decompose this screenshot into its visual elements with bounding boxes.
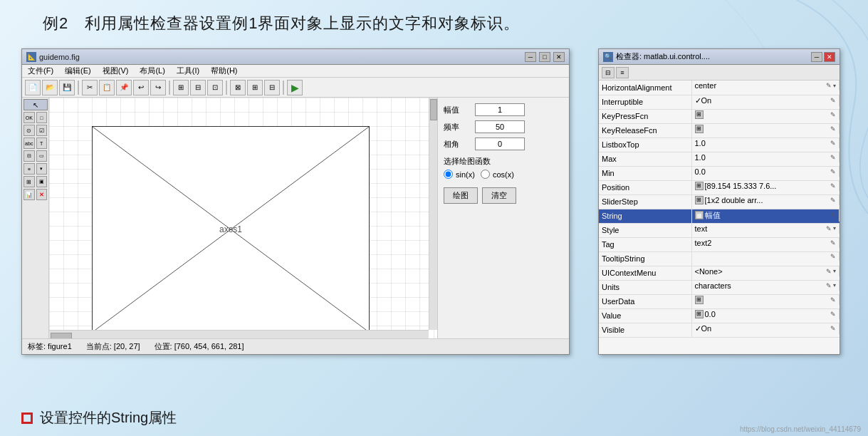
prop-value-16[interactable]: ⊞0.0✎ bbox=[692, 309, 840, 319]
sin-radio[interactable] bbox=[444, 170, 453, 179]
prop-expand-icon-15[interactable]: ⊞ bbox=[695, 296, 704, 304]
prop-dropdown-icon-13[interactable]: ▾ bbox=[833, 268, 836, 274]
sin-option[interactable]: sin(x) bbox=[444, 170, 475, 179]
prop-value-12[interactable]: ✎ bbox=[692, 252, 840, 261]
prop-value-15[interactable]: ⊞✎ bbox=[692, 295, 840, 305]
menu-file[interactable]: 文件(F) bbox=[25, 66, 56, 76]
undo-button[interactable]: ↩ bbox=[133, 80, 149, 95]
canvas-area[interactable]: axes1 bbox=[49, 98, 437, 338]
prop-edit-icon-9[interactable]: ✎ bbox=[830, 212, 836, 219]
prop-value-9[interactable]: ▦幅值✎ bbox=[692, 209, 840, 222]
prop-expand-icon-9[interactable]: ▦ bbox=[695, 211, 704, 219]
save-button[interactable]: 💾 bbox=[59, 80, 75, 95]
popup-tool[interactable]: ▾ bbox=[36, 163, 48, 175]
prop-edit-icon-1[interactable]: ✎ bbox=[830, 97, 836, 104]
panel-tool[interactable]: ▣ bbox=[36, 176, 48, 187]
menu-edit[interactable]: 编辑(E) bbox=[62, 66, 94, 76]
prop-value-2[interactable]: ⊞✎ bbox=[692, 110, 840, 120]
close-button[interactable]: ✕ bbox=[553, 52, 565, 62]
prop-edit-icon-8[interactable]: ✎ bbox=[830, 197, 836, 204]
prop-edit-icon-13[interactable]: ✎ bbox=[826, 268, 832, 275]
prop-dropdown-icon-14[interactable]: ▾ bbox=[833, 282, 836, 289]
prop-value-14[interactable]: characters✎▾ bbox=[692, 281, 840, 291]
prop-expand-icon-7[interactable]: ⊞ bbox=[695, 182, 704, 190]
prop-edit-icon-6[interactable]: ✎ bbox=[830, 168, 836, 175]
list-tool[interactable]: ≡ bbox=[23, 163, 35, 175]
prop-value-17[interactable]: ✓On✎ bbox=[692, 323, 840, 334]
paste-button[interactable]: 📌 bbox=[116, 80, 132, 95]
inspector-sort-btn[interactable]: ⊟ bbox=[602, 67, 615, 78]
prop-value-1[interactable]: ✓On✎ bbox=[692, 95, 840, 106]
edit-tool[interactable]: abc bbox=[23, 137, 35, 149]
prop-value-13[interactable]: <None>✎▾ bbox=[692, 266, 840, 276]
prop-value-5[interactable]: 1.0✎ bbox=[692, 152, 840, 162]
prop-edit-icon-17[interactable]: ✎ bbox=[830, 325, 836, 332]
prop-value-4[interactable]: 1.0✎ bbox=[692, 138, 840, 148]
align-button[interactable]: ⊞ bbox=[173, 80, 189, 95]
prop-edit-icon-0[interactable]: ✎ bbox=[826, 82, 832, 89]
toggle-tool[interactable]: □ bbox=[36, 112, 48, 123]
snap-button[interactable]: ⊡ bbox=[207, 80, 223, 95]
inspector-button[interactable]: ⊟ bbox=[264, 80, 280, 95]
prop-value-8[interactable]: ⊞[1x2 double arr...✎ bbox=[692, 195, 840, 205]
x-tool[interactable]: ✕ bbox=[36, 189, 48, 200]
phase-input[interactable] bbox=[475, 137, 525, 150]
text-tool[interactable]: T bbox=[36, 137, 48, 149]
inspector-close-btn[interactable]: ✕ bbox=[824, 52, 835, 62]
new-button[interactable]: 📄 bbox=[25, 80, 41, 95]
copy-button[interactable]: 📋 bbox=[99, 80, 115, 95]
prop-edit-icon-11[interactable]: ✎ bbox=[830, 239, 836, 246]
radio-tool[interactable]: ⊙ bbox=[23, 125, 35, 136]
prop-edit-icon-16[interactable]: ✎ bbox=[830, 311, 836, 318]
maximize-button[interactable]: □ bbox=[539, 52, 550, 62]
prop-dropdown-icon-0[interactable]: ▾ bbox=[833, 83, 836, 89]
slider-tool[interactable]: ⊟ bbox=[23, 150, 35, 162]
cut-button[interactable]: ✂ bbox=[82, 80, 98, 95]
inspector-minimize-btn[interactable]: ─ bbox=[811, 52, 822, 62]
inspector-table-wrapper[interactable]: HorizontalAlignmentcenter✎▾Interruptible… bbox=[599, 81, 840, 354]
prop-expand-icon-2[interactable]: ⊞ bbox=[695, 110, 704, 119]
prop-dropdown-icon-10[interactable]: ▾ bbox=[833, 225, 836, 232]
menu-view[interactable]: 视图(V) bbox=[100, 66, 132, 76]
freq-input[interactable] bbox=[475, 120, 525, 133]
open-button[interactable]: 📂 bbox=[42, 80, 58, 95]
prop-expand-icon-8[interactable]: ⊞ bbox=[695, 196, 704, 204]
prop-edit-icon-2[interactable]: ✎ bbox=[830, 111, 836, 118]
select-tool[interactable]: ↖ bbox=[23, 99, 48, 110]
menu-layout[interactable]: 布局(L) bbox=[137, 66, 167, 76]
canvas-vscroll[interactable] bbox=[429, 98, 437, 330]
prop-value-0[interactable]: center✎▾ bbox=[692, 81, 840, 90]
axes-box[interactable]: axes1 bbox=[92, 126, 370, 333]
frame-tool[interactable]: ▭ bbox=[36, 150, 48, 162]
tab-order-button[interactable]: ⊠ bbox=[230, 80, 246, 95]
inspector-filter-btn[interactable]: ≡ bbox=[616, 67, 629, 78]
prop-value-3[interactable]: ⊞✎ bbox=[692, 124, 840, 134]
prop-expand-icon-3[interactable]: ⊞ bbox=[695, 125, 704, 133]
prop-edit-icon-7[interactable]: ✎ bbox=[830, 182, 836, 190]
clear-button[interactable]: 清空 bbox=[482, 187, 516, 204]
bg-tool[interactable]: 📊 bbox=[23, 189, 35, 200]
run-button[interactable]: ⊞ bbox=[247, 80, 263, 95]
check-tool[interactable]: ☑ bbox=[36, 125, 48, 136]
prop-edit-icon-14[interactable]: ✎ bbox=[826, 282, 832, 289]
cos-radio[interactable] bbox=[481, 170, 490, 179]
plot-button[interactable]: 绘图 bbox=[444, 187, 478, 204]
prop-value-7[interactable]: ⊞[89.154 15.333 7.6...✎ bbox=[692, 181, 840, 191]
menu-help[interactable]: 帮助(H) bbox=[208, 66, 240, 76]
prop-edit-icon-4[interactable]: ✎ bbox=[830, 140, 836, 147]
minimize-button[interactable]: ─ bbox=[525, 52, 536, 62]
grid-button[interactable]: ⊟ bbox=[190, 80, 206, 95]
prop-value-11[interactable]: text2✎ bbox=[692, 238, 840, 248]
prop-edit-icon-3[interactable]: ✎ bbox=[830, 125, 836, 133]
pushbutton-tool[interactable]: OK bbox=[23, 112, 35, 123]
prop-value-6[interactable]: 0.0✎ bbox=[692, 167, 840, 177]
axes-tool[interactable]: ⊞ bbox=[23, 176, 35, 187]
menu-tools[interactable]: 工具(I) bbox=[174, 66, 202, 76]
width-input[interactable] bbox=[475, 103, 525, 116]
prop-expand-icon-16[interactable]: ⊞ bbox=[695, 310, 704, 318]
cos-option[interactable]: cos(x) bbox=[481, 170, 514, 179]
redo-button[interactable]: ↪ bbox=[150, 80, 166, 95]
prop-edit-icon-10[interactable]: ✎ bbox=[826, 225, 832, 232]
prop-value-10[interactable]: text✎▾ bbox=[692, 224, 840, 234]
prop-edit-icon-5[interactable]: ✎ bbox=[830, 154, 836, 161]
